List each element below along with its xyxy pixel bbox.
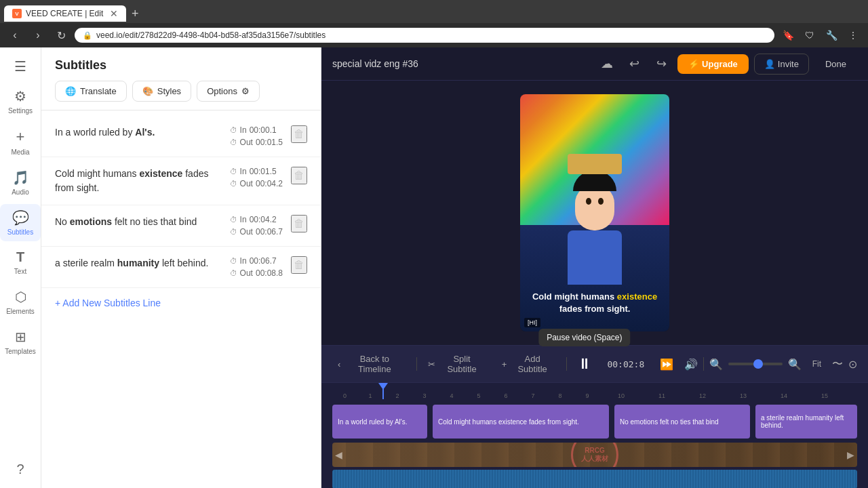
delete-subtitle-4[interactable]: 🗑	[291, 256, 307, 274]
address-bar[interactable]: 🔒 veed.io/edit/278d22d9-4498-4b04-bd58-a…	[75, 28, 774, 43]
translate-button[interactable]: 🌐 Translate	[55, 81, 127, 102]
options-button[interactable]: Options ⚙	[197, 81, 260, 102]
subtitle-clip-4[interactable]: a sterile realm humanity left behind.	[755, 405, 857, 439]
sidebar-help: ?	[0, 456, 41, 483]
delete-subtitle-3[interactable]: 🗑	[291, 215, 307, 232]
subtitle-entry-4[interactable]: a sterile realm humanity left behind. ⏱ …	[41, 247, 321, 288]
active-tab[interactable]: V VEED CREATE | Edit ✕	[4, 5, 126, 22]
waveform-button[interactable]: 〜	[832, 357, 843, 371]
redo-button[interactable]: ↪	[650, 53, 672, 75]
split-subtitle-button[interactable]: ✂ Split Subtitle	[422, 351, 490, 377]
elements-icon: ⬡	[15, 289, 26, 305]
clock-icon-out-2: ⏱	[230, 180, 237, 188]
timing-out-label-4: Out	[240, 268, 253, 278]
zoom-in-button[interactable]: 🔍	[788, 358, 802, 371]
tab-close-button[interactable]: ✕	[110, 8, 118, 19]
add-new-subtitle-line[interactable]: + Add New Subtitles Line	[41, 288, 321, 318]
extensions-icon[interactable]: 🔧	[822, 26, 841, 45]
undo-button[interactable]: ↩	[623, 53, 645, 75]
invite-button[interactable]: 👤 Invite	[754, 54, 809, 75]
play-pause-button[interactable]: ⏸	[572, 352, 597, 376]
sidebar-item-help[interactable]: ?	[0, 456, 41, 483]
time-display: 00:02:8	[602, 359, 650, 369]
subtitle-clip-1[interactable]: In a world ruled by Al's.	[332, 405, 427, 439]
fit-button[interactable]: Fit	[807, 357, 827, 371]
save-cloud-button[interactable]: ☁	[596, 53, 618, 75]
clock-icon-in-2: ⏱	[230, 167, 237, 176]
timing-in-value-2: 00:01.5	[250, 167, 277, 176]
sidebar-item-text[interactable]: T Text	[0, 244, 41, 281]
video-preview[interactable]: Cold might humans existence fades from s…	[520, 94, 669, 331]
sidebar-item-subtitles[interactable]: 💬 Subtitles	[0, 204, 41, 241]
project-name: special vidz eng #36	[332, 58, 418, 69]
subtitle-timing-4: ⏱ In 00:06.7 ⏱ Out 00:08.8	[230, 256, 283, 278]
ruler-14: 14	[764, 392, 804, 399]
subtitle-text-2: Cold might humans existence fades from s…	[55, 167, 222, 195]
back-to-timeline-button[interactable]: ‹ Back to Timeline	[332, 351, 411, 377]
subtitle-clip-2[interactable]: Cold might humans existence fades from s…	[433, 405, 609, 439]
ruler-content: 0 1 2 3 4 5 6 7 8 9 10 11 12 13	[343, 392, 846, 399]
options-label: Options	[207, 86, 237, 96]
ruler-8: 8	[547, 392, 574, 399]
nav-refresh-button[interactable]: ↻	[52, 26, 71, 45]
shield-icon[interactable]: 🛡	[800, 26, 819, 45]
delete-subtitle-2[interactable]: 🗑	[291, 167, 307, 184]
ruler-7: 7	[519, 392, 547, 399]
timing-out-label-1: Out	[240, 138, 253, 147]
play-button-wrapper: Pause video (Space) ⏸	[572, 352, 597, 376]
ruler-4: 4	[438, 392, 465, 399]
skip-forward-button[interactable]: ⏩	[655, 352, 679, 376]
video-track[interactable]: RRCG人人素材 ◀ ▶	[332, 443, 857, 467]
sidebar: ☰ ⚙ Settings + Media 🎵 Audio 💬 Subtitles…	[0, 47, 41, 488]
delete-subtitle-1[interactable]: 🗑	[291, 125, 307, 143]
audio-icon: 🎵	[12, 169, 29, 186]
upgrade-icon: ⚡	[688, 59, 699, 69]
zoom-thumb[interactable]	[753, 359, 763, 369]
volume-button[interactable]: 🔊	[684, 358, 698, 371]
track-next-arrow[interactable]: ▶	[847, 449, 854, 460]
zoom-out-button[interactable]: 🔍	[709, 358, 723, 371]
styles-icon: 🎨	[142, 86, 153, 96]
done-button[interactable]: Done	[814, 54, 857, 74]
sidebar-item-media[interactable]: + Media	[0, 123, 41, 161]
subtitle-clip-3[interactable]: No emotions felt no ties that bind	[614, 405, 750, 439]
timing-out-value-1: 00:01.5	[256, 138, 283, 147]
bookmark-icon[interactable]: 🔖	[778, 26, 797, 45]
browser-menu-icon[interactable]: ⋮	[844, 26, 863, 45]
ruler-5: 5	[465, 392, 492, 399]
sidebar-item-templates[interactable]: ⊞ Templates	[0, 323, 41, 361]
audio-track[interactable]	[332, 470, 857, 488]
sidebar-menu-icon[interactable]: ☰	[9, 53, 32, 80]
sidebar-item-audio[interactable]: 🎵 Audio	[0, 164, 41, 201]
track-prev-arrow[interactable]: ◀	[335, 449, 342, 460]
timing-out-value-4: 00:08.8	[256, 268, 283, 278]
clock-icon-in-3: ⏱	[230, 216, 237, 224]
add-subtitle-button[interactable]: + Add Subtitle	[496, 351, 561, 377]
more-options-button[interactable]: ⊙	[848, 358, 857, 371]
add-subtitle-label: Add Subtitle	[509, 354, 555, 374]
sidebar-item-elements[interactable]: ⬡ Elements	[0, 283, 41, 321]
timeline-ruler: 0 1 2 3 4 5 6 7 8 9 10 11 12 13	[321, 383, 868, 399]
nav-forward-button[interactable]: ›	[28, 26, 47, 45]
ruler-10: 10	[601, 392, 642, 399]
ruler-3: 3	[411, 392, 438, 399]
timing-out-value-3: 00:06.7	[256, 227, 283, 237]
ruler-11: 11	[642, 392, 682, 399]
subtitle-entry-1[interactable]: In a world ruled by Al's. ⏱ In 00:00.1 ⏱…	[41, 116, 321, 157]
styles-button[interactable]: 🎨 Styles	[132, 81, 191, 102]
subtitle-entry-3[interactable]: No emotions felt no ties that bind ⏱ In …	[41, 205, 321, 247]
control-separator-3	[703, 357, 704, 371]
zoom-slider[interactable]	[728, 363, 783, 365]
sidebar-label-media: Media	[11, 148, 29, 156]
nav-back-button[interactable]: ‹	[5, 26, 24, 45]
sidebar-item-settings[interactable]: ⚙ Settings	[0, 83, 41, 120]
ruler-2: 2	[384, 392, 411, 399]
timeline-right-controls: 🔊 🔍 🔍 Fit 〜 ⊙	[684, 357, 857, 371]
timing-in-label-1: In	[240, 125, 247, 135]
timeline-area: ‹ Back to Timeline ✂ Split Subtitle + Ad…	[321, 345, 868, 488]
new-tab-button[interactable]: +	[126, 7, 144, 21]
upgrade-button[interactable]: ⚡ Upgrade	[677, 54, 749, 74]
video-preview-wrapper: Cold might humans existence fades from s…	[520, 94, 669, 331]
subtitle-entry-2[interactable]: Cold might humans existence fades from s…	[41, 157, 321, 205]
char-hat-brim	[568, 154, 622, 174]
